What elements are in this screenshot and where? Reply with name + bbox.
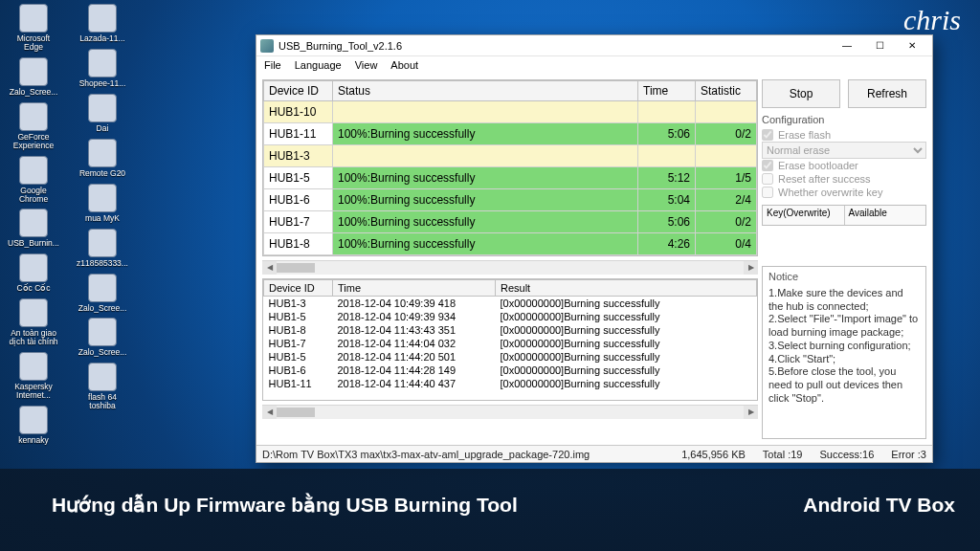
desktop-icon[interactable]: An toàn giao dịch tài chính <box>8 298 59 346</box>
desktop-icon[interactable]: Zalo_Scree... <box>8 57 59 97</box>
device-row[interactable]: HUB1-7100%:Burning successfully5:060/2 <box>264 211 757 233</box>
icon-label: mua MyK <box>85 214 120 223</box>
device-row[interactable]: HUB1-10 <box>264 101 757 123</box>
grid-h-scrollbar[interactable]: ◀ ▶ <box>262 260 758 275</box>
desktop-icon[interactable]: z118585333... <box>77 229 128 268</box>
reset-after-success-checkbox[interactable]: Reset after success <box>762 172 926 186</box>
usb-burning-tool-window: USB_Burning_Tool_v2.1.6 — ☐ ✕ FileLangua… <box>256 34 933 463</box>
desktop-icon[interactable]: Lazada-11... <box>77 4 128 43</box>
desktop-icon[interactable]: mua MyK <box>77 184 128 223</box>
status-total: Total :19 <box>763 449 803 460</box>
erase-flash-checkbox[interactable]: Erase flash <box>762 128 926 142</box>
log-row[interactable]: HUB1-52018-12-04 11:44:20 501[0x00000000… <box>264 350 757 364</box>
cell: 5:04 <box>638 189 696 211</box>
column-header[interactable]: Device ID <box>264 81 333 101</box>
device-row[interactable]: HUB1-6100%:Burning successfully5:042/4 <box>264 189 757 211</box>
cell: HUB1-5 <box>264 167 333 189</box>
cell: 0/4 <box>696 233 757 255</box>
desktop-icon[interactable]: Cốc Cốc <box>8 253 59 293</box>
scroll-left-icon[interactable]: ◀ <box>262 406 277 419</box>
menu-about[interactable]: About <box>390 59 418 71</box>
notice-line: 1.Make sure the devices and the hub is c… <box>768 287 920 314</box>
menu-file[interactable]: File <box>264 59 281 71</box>
maximize-button[interactable]: ☐ <box>863 36 896 55</box>
overwrite-key-checkbox[interactable]: Whether overwrite key <box>762 186 926 199</box>
column-header[interactable]: Time <box>333 280 496 297</box>
cell: 2018-12-04 11:43:43 351 <box>333 323 496 337</box>
desktop-icon[interactable]: Google Chrome <box>8 156 59 204</box>
scroll-thumb[interactable] <box>277 263 315 273</box>
scroll-right-icon[interactable]: ▶ <box>744 261 758 275</box>
scroll-left-icon[interactable]: ◀ <box>262 261 277 275</box>
device-row[interactable]: HUB1-5100%:Burning successfully5:121/5 <box>264 167 757 189</box>
desktop-icon[interactable]: Zalo_Scree... <box>77 274 128 313</box>
log-row[interactable]: HUB1-32018-12-04 10:49:39 418[0x00000000… <box>264 297 757 311</box>
menu-language[interactable]: Language <box>295 59 342 71</box>
icon-label: Cốc Cốc <box>16 284 50 293</box>
cell: HUB1-11 <box>264 377 333 390</box>
log-grid: Device IDTimeResult HUB1-32018-12-04 10:… <box>262 278 758 401</box>
log-row[interactable]: HUB1-112018-12-04 11:44:40 437[0x0000000… <box>264 377 757 390</box>
refresh-button[interactable]: Refresh <box>848 79 926 108</box>
column-header[interactable]: Time <box>638 81 696 101</box>
desktop-icon[interactable]: flash 64 toshiba <box>77 363 128 410</box>
scroll-right-icon[interactable]: ▶ <box>744 406 758 419</box>
notice-title: Notice <box>768 271 920 284</box>
close-button[interactable]: ✕ <box>896 36 928 55</box>
cell: 100%:Burning successfully <box>333 189 638 211</box>
stop-button[interactable]: Stop <box>762 79 840 108</box>
log-row[interactable]: HUB1-62018-12-04 11:44:28 149[0x00000000… <box>264 364 757 377</box>
cell: HUB1-7 <box>264 337 333 350</box>
app-icon <box>19 156 48 185</box>
app-icon <box>19 102 48 131</box>
cell: 5:06 <box>638 123 696 145</box>
cell: HUB1-3 <box>264 297 333 311</box>
desktop-icon[interactable]: Shopee-11... <box>77 49 128 88</box>
device-row[interactable]: HUB1-11100%:Burning successfully5:060/2 <box>264 123 757 145</box>
notice-line: 4.Click "Start"; <box>768 353 920 366</box>
desktop-icon[interactable]: Kaspersky Internet... <box>8 352 59 400</box>
icon-label: An toàn giao dịch tài chính <box>8 329 59 346</box>
statusbar: D:\Rom TV Box\TX3 max\tx3-max-atv-aml_up… <box>256 445 932 462</box>
column-header[interactable]: Status <box>333 81 638 101</box>
device-row[interactable]: HUB1-3 <box>264 145 757 167</box>
cell: HUB1-5 <box>264 350 333 364</box>
log-row[interactable]: HUB1-72018-12-04 11:44:04 032[0x00000000… <box>264 337 757 350</box>
app-icon <box>88 49 117 77</box>
column-header[interactable]: Device ID <box>264 280 333 297</box>
cell: [0x00000000]Burning successfully <box>496 377 757 390</box>
app-icon <box>19 298 48 327</box>
icon-label: Google Chrome <box>8 187 59 204</box>
titlebar[interactable]: USB_Burning_Tool_v2.1.6 — ☐ ✕ <box>256 35 932 56</box>
scroll-thumb[interactable] <box>277 408 315 417</box>
minimize-button[interactable]: — <box>831 36 863 55</box>
overlay-title-right: Android TV Box <box>803 494 955 517</box>
desktop-icon[interactable]: USB_Burnin... <box>8 209 59 248</box>
erase-mode-select[interactable]: Normal erase <box>762 142 926 159</box>
device-row[interactable]: HUB1-8100%:Burning successfully4:260/4 <box>264 233 757 255</box>
desktop-icons: Microsoft EdgeZalo_Scree...GeForce Exper… <box>8 4 128 445</box>
icon-label: Kaspersky Internet... <box>8 383 59 400</box>
app-icon <box>88 318 117 346</box>
log-row[interactable]: HUB1-52018-12-04 10:49:39 934[0x00000000… <box>264 310 757 323</box>
desktop-icon[interactable]: GeForce Experience <box>8 102 59 150</box>
desktop-icon[interactable]: Dai <box>77 94 128 133</box>
desktop-icon[interactable]: Remote G20 <box>77 139 128 178</box>
column-header[interactable]: Statistic <box>696 81 757 101</box>
icon-label: GeForce Experience <box>8 133 59 150</box>
erase-bootloader-checkbox[interactable]: Erase bootloader <box>762 159 926 172</box>
cell: HUB1-11 <box>264 123 333 145</box>
cell: 100%:Burning successfully <box>333 123 638 145</box>
column-header[interactable]: Result <box>496 280 757 297</box>
log-row[interactable]: HUB1-82018-12-04 11:43:43 351[0x00000000… <box>264 323 757 337</box>
cell <box>696 145 757 167</box>
cell: 0/2 <box>696 211 757 233</box>
desktop-icon[interactable]: Microsoft Edge <box>8 4 59 52</box>
icon-label: USB_Burnin... <box>8 239 59 248</box>
desktop-icon[interactable]: kennaky <box>8 406 59 445</box>
menu-view[interactable]: View <box>355 59 378 71</box>
cell: [0x00000000]Burning successfully <box>496 310 757 323</box>
desktop-icon[interactable]: Zalo_Scree... <box>77 318 128 357</box>
cell <box>638 145 696 167</box>
log-h-scrollbar[interactable]: ◀ ▶ <box>262 405 758 419</box>
